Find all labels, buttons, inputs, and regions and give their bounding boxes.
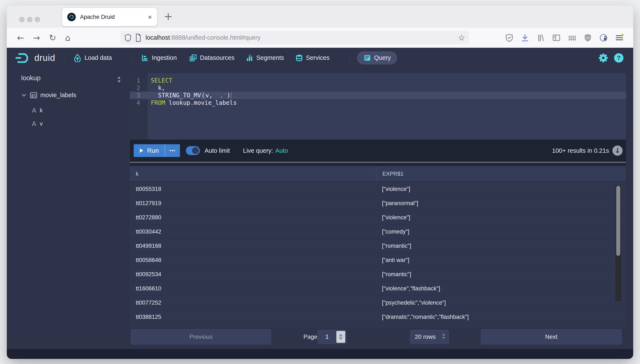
run-more-button[interactable]: ••• <box>165 144 180 157</box>
double-caret-icon <box>442 333 446 341</box>
cell-k[interactable]: tt0077252 <box>130 296 376 310</box>
bookmark-star-icon[interactable]: ☆ <box>458 33 465 42</box>
cell-expr[interactable]: ["violence"] <box>376 210 626 224</box>
auto-limit-toggle[interactable] <box>186 146 200 155</box>
nav-load-data[interactable]: Load data <box>73 54 112 62</box>
sidebars-icon[interactable] <box>552 33 561 43</box>
next-page-button[interactable]: Next <box>481 329 622 344</box>
cell-k[interactable]: tt0127919 <box>130 196 376 210</box>
rows-per-page-select[interactable]: 20 rows <box>410 330 449 344</box>
sidebar-column-k[interactable]: A k <box>32 106 43 114</box>
run-button[interactable]: Run <box>134 144 165 157</box>
url-bar[interactable]: localhost:8888/unified-console.html#quer… <box>121 31 469 44</box>
double-caret-icon[interactable] <box>117 76 121 84</box>
new-tab-button[interactable]: + <box>164 10 173 22</box>
cell-k[interactable]: tt0499168 <box>130 239 376 253</box>
cell-k[interactable]: tt0388125 <box>130 310 376 324</box>
cell-expr[interactable]: ["violence"] <box>376 182 626 196</box>
tab-close-icon[interactable]: × <box>148 13 152 20</box>
nav-query-active[interactable]: Query <box>357 51 397 64</box>
nav-label: Datasources <box>200 54 235 61</box>
cell-k[interactable]: tt0030442 <box>130 225 376 239</box>
download-results-button[interactable]: ↓ <box>612 146 622 156</box>
schema-select[interactable]: lookup <box>21 74 41 82</box>
line-number: 4 <box>130 99 140 106</box>
cell-k[interactable]: tt0092534 <box>130 267 376 281</box>
nav-datasources[interactable]: Datasources <box>189 54 235 62</box>
cell-expr[interactable]: ["violence","flashback"] <box>376 282 626 296</box>
vertical-scrollbar[interactable] <box>615 186 621 301</box>
help-button[interactable]: ? <box>614 53 623 62</box>
containers-fence-icon[interactable] <box>567 33 577 43</box>
cell-expr[interactable]: ["dramatic","romantic","flashback"] <box>376 310 626 324</box>
shield-check-icon[interactable] <box>505 33 514 43</box>
stepper-up-icon[interactable] <box>339 334 342 336</box>
code-line[interactable]: 1SELECT <box>130 77 626 84</box>
chevron-down-icon[interactable] <box>21 92 27 98</box>
shield-permissions-icon[interactable] <box>124 34 132 42</box>
code-line[interactable]: 3 STRING_TO_MV(v, ',') <box>130 92 626 99</box>
column-header-expr[interactable]: EXPR$1 <box>376 166 626 181</box>
live-query-value[interactable]: Auto <box>275 147 288 154</box>
downloads-icon[interactable] <box>520 33 530 43</box>
code-line[interactable]: 2 k, <box>130 84 626 92</box>
sql-editor[interactable]: 1SELECT2 k,3 STRING_TO_MV(v, ',')4FROM l… <box>130 73 626 140</box>
svg-text:LO: LO <box>586 36 589 40</box>
datasources-icon <box>189 54 197 62</box>
browser-toolbar: ← → ↻ ⌂ localhost:8888/unified-console.h… <box>7 28 633 48</box>
code-token: lookup.movie_labels <box>165 99 237 106</box>
cell-k[interactable]: tt0058648 <box>130 253 376 267</box>
sidebar-table-movie-labels[interactable]: movie_labels <box>21 92 76 99</box>
page-number-input[interactable]: 1 <box>318 330 346 344</box>
nav-label: Segments <box>256 54 284 61</box>
scrollbar-thumb[interactable] <box>616 186 620 256</box>
nav-ingestion[interactable]: Ingestion <box>141 54 177 62</box>
nav-services[interactable]: Services <box>295 54 330 62</box>
download-icon: ↓ <box>615 147 620 154</box>
cell-expr[interactable]: ["romantic"] <box>376 267 626 281</box>
back-icon[interactable]: ← <box>17 33 24 43</box>
cell-k[interactable]: tt1606610 <box>130 282 376 296</box>
druid-logo[interactable]: druid <box>15 52 55 64</box>
tab-title: Apache Druid <box>80 14 148 20</box>
cell-k[interactable]: tt0055318 <box>130 182 376 196</box>
table-row: tt1606610["violence","flashback"] <box>130 282 626 296</box>
auto-limit-label: Auto limit <box>205 147 230 154</box>
cell-expr[interactable]: ["comedy"] <box>376 225 626 239</box>
code-token: SELECT <box>151 77 172 84</box>
table-row: tt0092534["romantic"] <box>130 267 626 282</box>
browser-tab[interactable]: Apache Druid × <box>62 8 157 26</box>
page-stepper[interactable] <box>336 331 345 343</box>
live-query-label: Live query:Auto <box>243 147 288 154</box>
sidebar-column-v[interactable]: A v <box>32 120 43 128</box>
code-token: ' <box>223 92 227 99</box>
traffic-light-close[interactable] <box>19 17 25 22</box>
forward-icon[interactable]: → <box>33 33 40 43</box>
cell-k[interactable]: tt0272880 <box>130 210 376 224</box>
text-cursor <box>231 92 232 98</box>
password-manager-icon[interactable] <box>599 33 608 43</box>
settings-gear-icon[interactable] <box>598 52 608 63</box>
toolbar-extensions: LO <box>505 28 624 48</box>
stepper-down-icon[interactable] <box>339 337 342 340</box>
home-icon[interactable]: ⌂ <box>65 33 71 43</box>
druid-favicon <box>67 13 76 21</box>
traffic-light-zoom[interactable] <box>35 17 40 22</box>
cell-expr[interactable]: ["romantic"] <box>376 239 626 253</box>
pagination-bar: Previous Page 1 20 rows Next <box>130 329 626 344</box>
cell-expr[interactable]: ["paranormal"] <box>376 196 626 210</box>
menu-icon[interactable] <box>614 33 624 43</box>
druid-console: druid Load data Ingestion <box>7 48 633 359</box>
nav-segments[interactable]: Segments <box>246 54 284 62</box>
nav-label: Load data <box>85 54 112 61</box>
privacy-shield-icon[interactable]: LO <box>583 33 592 43</box>
code-line[interactable]: 4FROM lookup.movie_labels <box>130 99 626 106</box>
traffic-light-minimize[interactable] <box>27 17 33 22</box>
cell-expr[interactable]: ["anti war"] <box>376 253 626 267</box>
library-icon[interactable] <box>536 33 545 43</box>
previous-page-button[interactable]: Previous <box>131 329 271 344</box>
reload-icon[interactable]: ↻ <box>49 33 56 43</box>
cell-expr[interactable]: ["psychedelic","violence"] <box>376 296 626 310</box>
column-header-k[interactable]: k <box>130 166 376 181</box>
page-info-icon[interactable] <box>135 34 141 42</box>
